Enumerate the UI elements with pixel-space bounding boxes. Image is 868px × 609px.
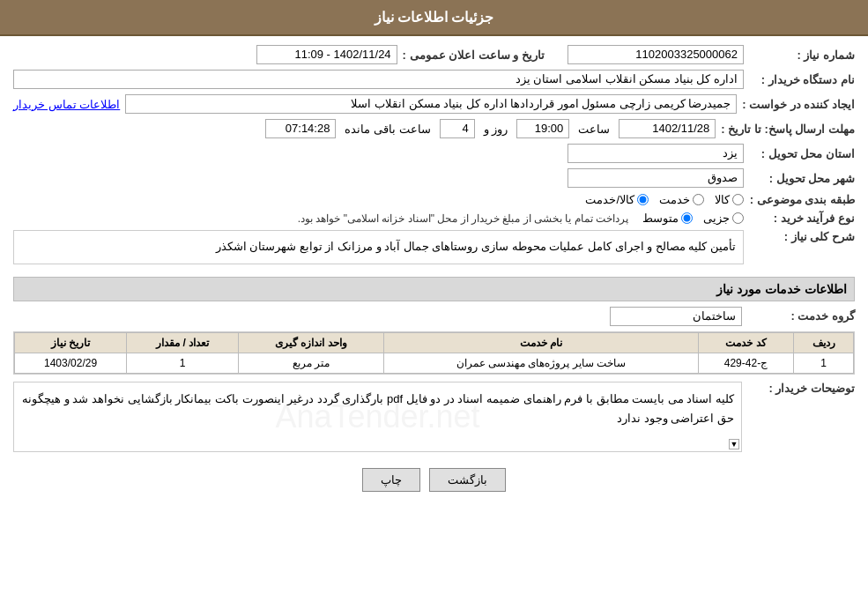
response-time-value: 19:00 — [516, 119, 569, 138]
cell-unit: متر مربع — [239, 353, 384, 373]
response-days-value: 4 — [440, 119, 475, 138]
creator-label: ایجاد کننده در خواست : — [742, 98, 855, 111]
radio-service-label: خدمت — [659, 193, 690, 206]
service-group-row: گروه خدمت : ساختمان — [13, 307, 855, 326]
response-time-label: ساعت — [578, 123, 610, 136]
page-title: جزئیات اطلاعات نیاز — [375, 10, 494, 25]
service-group-label: گروه خدمت : — [749, 309, 855, 323]
process-row: نوع فرآیند خرید : جزیی متوسط پرداخت تمام… — [13, 212, 855, 225]
services-table-section: ردیف کد خدمت نام خدمت واحد اندازه گیری ت… — [13, 331, 855, 375]
col-header-quantity: تعداد / مقدار — [127, 332, 239, 353]
cell-row-number: 1 — [794, 353, 854, 373]
general-desc-value: تأمین کلیه مصالح و اجرای کامل عملیات محو… — [13, 230, 744, 264]
announcement-datetime-value: 1402/11/24 - 11:09 — [256, 45, 397, 64]
city-row: شهر محل تحویل : صدوق — [13, 168, 855, 188]
radio-partial[interactable] — [732, 212, 744, 224]
need-number-value: 1102003325000062 — [568, 45, 744, 64]
response-deadline-row: مهلت ارسال پاسخ: تا تاریخ : 1402/11/28 س… — [13, 119, 855, 138]
action-buttons-row: بازگشت چاپ — [13, 468, 855, 492]
response-deadline-label: مهلت ارسال پاسخ: تا تاریخ : — [721, 123, 855, 136]
response-remaining-label: ساعت باقی مانده — [345, 123, 430, 136]
creator-contact-link[interactable]: اطلاعات تماس خریدار — [13, 98, 120, 111]
radio-goods-service-label: کالا/خدمت — [585, 193, 634, 206]
general-desc-label: شرح کلی نیاز : — [749, 230, 855, 243]
buyer-notes-section: AnaTender.net کلیه اسناد می بایست مطابق … — [13, 382, 742, 452]
back-button[interactable]: بازگشت — [429, 468, 506, 492]
announcement-datetime-label: تاریخ و ساعت اعلان عمومی : — [403, 48, 545, 62]
buyer-notes-row: توضیحات خریدار : AnaTender.net کلیه اسنا… — [13, 382, 855, 459]
radio-goods-label: کالا — [715, 193, 730, 206]
category-label: طبقه بندی موضوعی : — [749, 193, 855, 206]
radio-goods[interactable] — [732, 194, 744, 205]
process-note: پرداخت تمام یا بخشی از مبلغ خریدار از مح… — [298, 212, 628, 225]
col-header-unit: واحد اندازه گیری — [239, 332, 384, 353]
radio-item-service: خدمت — [659, 193, 704, 206]
category-radio-group: کالا خدمت کالا/خدمت — [585, 193, 744, 206]
radio-medium-label: متوسط — [642, 212, 679, 225]
col-header-service-code: کد خدمت — [698, 332, 793, 353]
cell-service-name: ساخت سایر پروژه‌های مهندسی عمران — [383, 353, 698, 373]
service-group-value: ساختمان — [610, 307, 742, 326]
radio-item-goods-service: کالا/خدمت — [585, 193, 649, 206]
creator-value: جمیدرضا کریمی زارچی مسئول امور قراردادها… — [125, 94, 737, 114]
province-row: استان محل تحویل : یزد — [13, 144, 855, 163]
buyer-org-label: نام دستگاه خریدار : — [749, 73, 855, 86]
buyer-org-value: اداره کل بنیاد مسکن انقلاب اسلامی استان … — [13, 70, 744, 89]
city-label: شهر محل تحویل : — [749, 172, 855, 185]
response-remaining-value: 07:14:28 — [265, 119, 336, 138]
response-days-label: روز و — [484, 123, 508, 136]
radio-item-partial: جزیی — [703, 212, 744, 225]
expand-icon: ▼ — [729, 439, 739, 449]
category-row: طبقه بندی موضوعی : کالا خدمت کالا/خدمت — [13, 193, 855, 206]
radio-item-goods: کالا — [715, 193, 744, 206]
cell-service-code: ج-42-429 — [698, 353, 793, 373]
table-row: 1 ج-42-429 ساخت سایر پروژه‌های مهندسی عم… — [15, 353, 854, 373]
response-date-value: 1402/11/28 — [619, 119, 716, 138]
province-label: استان محل تحویل : — [749, 147, 855, 160]
cell-date: 1403/02/29 — [15, 353, 127, 373]
services-section-title: اطلاعات خدمات مورد نیاز — [13, 277, 855, 301]
radio-goods-service[interactable] — [637, 194, 649, 205]
col-header-service-name: نام خدمت — [383, 332, 698, 353]
buyer-notes-content: کلیه اسناد می بایست مطابق با فرم راهنمای… — [21, 390, 734, 428]
cell-quantity: 1 — [127, 353, 239, 373]
col-header-row-number: ردیف — [794, 332, 854, 353]
col-header-date: تاریخ نیاز — [15, 332, 127, 353]
process-radio-group: جزیی متوسط — [642, 212, 744, 225]
general-desc-row: شرح کلی نیاز : تأمین کلیه مصالح و اجرای … — [13, 230, 855, 271]
city-value: صدوق — [568, 168, 744, 188]
buyer-notes-label: توضیحات خریدار : — [749, 382, 855, 395]
services-table: ردیف کد خدمت نام خدمت واحد اندازه گیری ت… — [14, 332, 854, 374]
process-label: نوع فرآیند خرید : — [749, 212, 855, 225]
radio-partial-label: جزیی — [703, 212, 730, 225]
radio-item-medium: متوسط — [642, 212, 693, 225]
print-button[interactable]: چاپ — [362, 468, 420, 492]
need-number-label: شماره نیاز : — [749, 48, 855, 62]
creator-row: ایجاد کننده در خواست : جمیدرضا کریمی زار… — [13, 94, 855, 114]
radio-service[interactable] — [693, 194, 704, 205]
need-number-row: شماره نیاز : 1102003325000062 تاریخ و سا… — [13, 45, 855, 64]
province-value: یزد — [568, 144, 744, 163]
page-header: جزئیات اطلاعات نیاز — [0, 0, 868, 36]
main-container: جزئیات اطلاعات نیاز شماره نیاز : 1102003… — [0, 0, 868, 609]
buyer-org-row: نام دستگاه خریدار : اداره کل بنیاد مسکن … — [13, 70, 855, 89]
radio-medium[interactable] — [681, 212, 693, 224]
content-area: شماره نیاز : 1102003325000062 تاریخ و سا… — [0, 36, 868, 509]
